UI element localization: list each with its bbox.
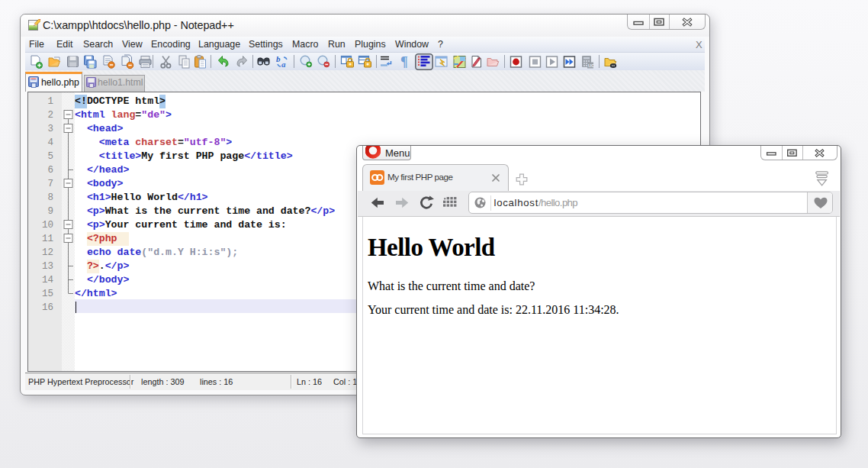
svg-text:¶: ¶ [400, 54, 408, 69]
svg-text:b: b [276, 54, 281, 63]
svg-text:a: a [281, 60, 286, 69]
svg-text:UC: UC [588, 63, 595, 68]
